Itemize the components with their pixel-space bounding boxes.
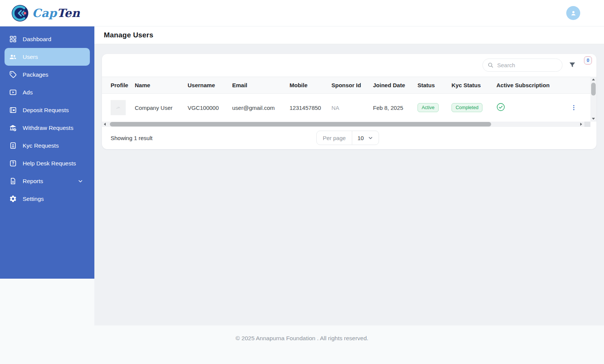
check-circle-icon — [496, 103, 505, 111]
chevron-down-icon — [368, 135, 373, 141]
sidebar-item-kyc-requests[interactable]: Kyc Requests — [5, 137, 90, 154]
per-page-label: Per page — [317, 131, 352, 145]
profile-cell — [102, 100, 135, 115]
sidebar-item-label: Deposit Requests — [23, 107, 69, 114]
results-summary: Showing 1 result — [102, 135, 153, 141]
capten-logo-icon — [11, 5, 29, 22]
horizontal-scrollbar[interactable] — [102, 122, 584, 127]
status-badge: Active — [418, 103, 439, 112]
kyc-status-badge: Completed — [451, 103, 482, 112]
page-title-bar: Manage Users — [94, 26, 604, 44]
app-root: CapTen Dashboard — [0, 0, 604, 364]
brand-logo[interactable]: CapTen — [11, 5, 80, 22]
user-icon — [570, 9, 577, 17]
mobile-cell: 1231457850 — [290, 105, 331, 111]
column-header-mobile: Mobile — [290, 82, 331, 88]
brand-part-cap: Cap — [32, 6, 57, 20]
scroll-down-arrow[interactable] — [592, 118, 595, 120]
scroll-left-arrow[interactable] — [104, 123, 106, 126]
sidebar-item-help-desk-requests[interactable]: ? Help Desk Requests — [5, 154, 90, 172]
scroll-up-arrow[interactable] — [592, 79, 595, 80]
main-content: Manage Users 0 — [94, 26, 604, 325]
filter-button[interactable] — [568, 60, 577, 69]
sidebar-item-reports[interactable]: Reports — [5, 172, 90, 190]
row-actions-cell — [557, 102, 590, 113]
name-cell: Company User — [135, 105, 188, 111]
column-header-name: Name — [135, 82, 188, 88]
vertical-scrollbar[interactable] — [590, 77, 596, 122]
sidebar-item-packages[interactable]: Packages — [5, 66, 90, 83]
scrollbar-corner — [584, 122, 590, 127]
help-icon: ? — [9, 159, 17, 168]
sidebar-item-label: Packages — [23, 71, 48, 78]
table-toolbar: 0 — [102, 54, 596, 77]
tag-icon — [9, 71, 17, 79]
dashboard-icon — [9, 35, 17, 43]
brand-part-ten: Ten — [57, 6, 80, 20]
sidebar-item-dashboard[interactable]: Dashboard — [5, 30, 90, 48]
vertical-scrollbar-thumb[interactable] — [591, 83, 596, 96]
filter-count-badge: 0 — [584, 56, 592, 65]
search-box — [482, 59, 562, 72]
table-row: Company User VGC100000 user@gmail.com 12… — [102, 94, 590, 122]
username-cell: VGC100000 — [188, 105, 232, 111]
column-header-kyc-status: Kyc Status — [451, 82, 496, 88]
column-header-active-subscription: Active Subscription — [496, 82, 557, 88]
chevron-down-icon — [77, 178, 86, 184]
user-avatar-button[interactable] — [566, 6, 580, 20]
broken-image-icon — [116, 105, 121, 110]
svg-text:?: ? — [12, 161, 14, 165]
table-scroll-area: Profile Name Username Email Mobile Spons… — [102, 77, 590, 127]
search-input[interactable] — [482, 59, 562, 72]
search-icon — [487, 62, 494, 68]
sidebar-item-label: Help Desk Requests — [23, 160, 76, 167]
sidebar-item-label: Reports — [23, 178, 43, 185]
column-header-sponsor-id: Sponsor Id — [331, 82, 373, 88]
sidebar-item-label: Dashboard — [23, 36, 51, 43]
filter-funnel-icon — [568, 61, 576, 69]
per-page-value-control[interactable]: 10 — [352, 131, 379, 145]
top-header: CapTen — [0, 0, 604, 26]
report-icon — [9, 177, 17, 185]
kyc-status-cell: Completed — [451, 103, 496, 112]
joined-date-cell: Feb 8, 2025 — [373, 105, 418, 111]
table-footer: Showing 1 result Per page 10 — [102, 127, 596, 149]
copyright-text: © 2025 Annapurna Foundation . All rights… — [236, 335, 368, 364]
sidebar-item-deposit-requests[interactable]: Deposit Requests — [5, 101, 90, 119]
email-cell: user@gmail.com — [232, 105, 290, 111]
row-menu-button[interactable] — [569, 102, 579, 113]
sponsor-id-cell: NA — [331, 105, 373, 111]
column-header-status: Status — [418, 82, 451, 88]
column-header-email: Email — [232, 82, 290, 88]
sidebar-item-withdraw-requests[interactable]: Withdraw Requests — [5, 119, 90, 137]
status-cell: Active — [418, 103, 451, 112]
brand-wordmark: CapTen — [32, 6, 80, 20]
column-header-profile: Profile — [102, 82, 135, 88]
sidebar-item-label: Settings — [23, 196, 44, 202]
horizontal-scrollbar-row — [102, 122, 590, 127]
users-icon — [9, 53, 17, 61]
per-page-value: 10 — [357, 135, 364, 141]
id-document-icon — [9, 142, 17, 150]
page-title: Manage Users — [104, 31, 153, 39]
column-header-username: Username — [188, 82, 232, 88]
deposit-icon — [9, 106, 17, 114]
per-page-selector[interactable]: Per page 10 — [316, 131, 379, 145]
column-header-joined-date: Joined Date — [373, 82, 418, 88]
sidebar-item-users[interactable]: Users — [5, 48, 90, 66]
active-subscription-cell — [496, 103, 557, 113]
horizontal-scrollbar-thumb[interactable] — [110, 122, 491, 126]
sidebar-item-label: Kyc Requests — [23, 142, 59, 149]
sidebar-item-settings[interactable]: Settings — [5, 190, 90, 208]
sidebar-item-ads[interactable]: Ads — [5, 83, 90, 101]
bank-check-icon — [9, 124, 17, 132]
table-header-row: Profile Name Username Email Mobile Spons… — [102, 77, 590, 94]
sidebar-item-label: Withdraw Requests — [23, 125, 73, 131]
sidebar: Dashboard Users Packages — [0, 26, 94, 279]
sidebar-item-label: Users — [23, 54, 38, 60]
users-table: Profile Name Username Email Mobile Spons… — [102, 77, 596, 127]
profile-image-placeholder — [111, 100, 126, 115]
gear-icon — [9, 195, 17, 203]
kebab-menu-icon — [570, 104, 577, 111]
scroll-right-arrow[interactable] — [580, 123, 582, 126]
